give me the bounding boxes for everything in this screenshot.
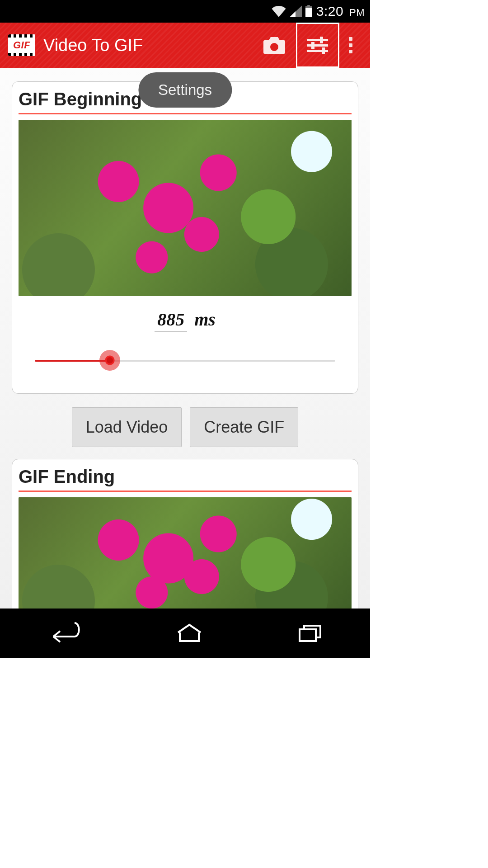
load-video-button[interactable]: Load Video <box>72 407 182 447</box>
beginning-slider[interactable] <box>35 340 335 381</box>
nav-recent-button[interactable] <box>294 621 326 646</box>
app-logo-text: GIF <box>13 39 30 51</box>
svg-rect-5 <box>307 44 328 47</box>
status-time: 3:20 PM <box>316 4 365 19</box>
create-gif-button[interactable]: Create GIF <box>190 407 298 447</box>
title-divider <box>19 113 352 114</box>
overflow-dots-icon <box>339 37 362 53</box>
svg-point-3 <box>270 43 278 51</box>
wifi-icon <box>271 5 286 17</box>
status-bar: 3:20 PM <box>0 0 370 23</box>
app-bar: GIF Video To GIF <box>0 23 370 68</box>
cell-signal-icon <box>289 5 302 17</box>
gif-ending-title: GIF Ending <box>19 464 352 489</box>
beginning-time-unit: ms <box>194 309 216 330</box>
svg-rect-6 <box>307 50 328 52</box>
status-icons-group <box>271 5 313 18</box>
recent-apps-icon <box>294 621 326 644</box>
overflow-menu-button[interactable] <box>339 23 362 68</box>
svg-rect-4 <box>307 39 328 41</box>
action-button-row: Load Video Create GIF <box>12 407 358 447</box>
app-title: Video To GIF <box>43 36 253 55</box>
camera-icon <box>263 36 286 55</box>
nav-home-button[interactable] <box>174 621 205 646</box>
home-icon <box>174 621 205 644</box>
settings-tooltip: Settings <box>138 72 232 108</box>
status-time-ampm: PM <box>349 7 365 18</box>
title-divider-2 <box>19 491 352 492</box>
beginning-video-preview[interactable] <box>19 120 352 296</box>
svg-rect-10 <box>300 629 316 641</box>
app-logo-icon: GIF <box>8 34 35 56</box>
beginning-time-row: 885 ms <box>19 309 352 332</box>
settings-button[interactable] <box>296 23 339 68</box>
screen: 3:20 PM GIF Video To GIF <box>0 0 370 658</box>
android-nav-bar <box>0 609 370 658</box>
ending-video-preview[interactable] <box>19 497 352 609</box>
slider-fill <box>35 360 110 362</box>
status-time-value: 3:20 <box>316 4 343 19</box>
app-actions <box>253 23 362 68</box>
video-thumbnail-image-2 <box>19 497 352 609</box>
svg-rect-7 <box>320 37 323 43</box>
video-thumbnail-image <box>19 120 352 296</box>
camera-button[interactable] <box>253 23 296 68</box>
battery-icon <box>305 5 313 18</box>
beginning-time-value[interactable]: 885 <box>155 309 187 332</box>
content-area[interactable]: Settings GIF Beginning 885 ms Load Video… <box>0 68 370 609</box>
svg-rect-1 <box>305 8 312 17</box>
sliders-icon <box>305 35 330 55</box>
svg-rect-2 <box>307 5 310 6</box>
svg-rect-9 <box>322 47 325 54</box>
gif-beginning-card: GIF Beginning 885 ms <box>12 81 358 394</box>
svg-rect-8 <box>311 42 314 49</box>
gif-ending-card: GIF Ending <box>12 459 358 609</box>
slider-thumb[interactable] <box>99 350 120 371</box>
back-icon <box>44 621 85 644</box>
nav-back-button[interactable] <box>44 621 85 646</box>
